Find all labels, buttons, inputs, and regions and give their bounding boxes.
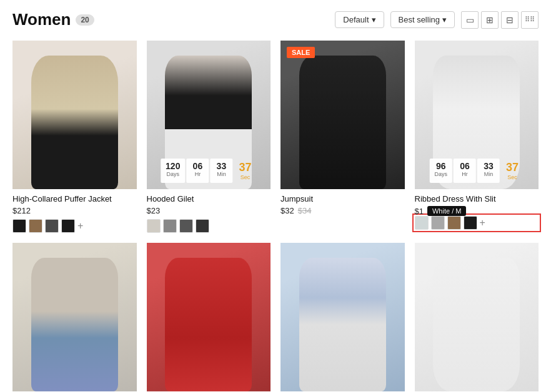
- countdown-days: 120 Days: [161, 159, 185, 184]
- countdown-hr: 06 Hr: [454, 159, 476, 184]
- product-card-p7[interactable]: Linen Top $18: [280, 243, 405, 392]
- view-4col-button[interactable]: ⠿⠿: [521, 11, 539, 29]
- product-card-p6[interactable]: Denim Jacket $45: [147, 243, 271, 392]
- product-image: [12, 243, 137, 391]
- product-card-p4[interactable]: 96 Days 06 Hr 33 Min 37 Sec Ribbed Dress…: [415, 41, 539, 233]
- person-silhouette: [165, 258, 252, 391]
- product-image: [415, 243, 539, 391]
- product-name: Ribbed Dress With Slit: [415, 194, 539, 203]
- product-price: $23: [147, 206, 271, 215]
- product-name: Hooded Gilet: [147, 194, 271, 203]
- countdown-hr: 06 Hr: [186, 159, 209, 184]
- products-grid: High-Collared Puffer Jacket $212 + 120 D…: [12, 41, 539, 392]
- variant-tooltip: White / M: [427, 206, 466, 216]
- chevron-down-icon: ▾: [372, 15, 376, 24]
- countdown: 120 Days 06 Hr 33 Min 37 Sec: [161, 159, 256, 184]
- product-image: SALE: [280, 41, 405, 189]
- person-silhouette-wrap: [280, 41, 405, 189]
- color-swatches: +: [415, 216, 539, 230]
- countdown-sec: 37 Sec: [234, 159, 256, 184]
- product-image: 120 Days 06 Hr 33 Min 37 Sec: [147, 41, 271, 189]
- sort-default-dropdown[interactable]: Default ▾: [335, 11, 384, 28]
- person-silhouette: [433, 258, 520, 391]
- product-price: $32 $34: [280, 206, 405, 215]
- color-swatch-3[interactable]: [61, 219, 75, 233]
- product-name: High-Collared Puffer Jacket: [12, 194, 137, 203]
- countdown: 96 Days 06 Hr 33 Min 37 Sec: [429, 159, 524, 184]
- color-swatch-0[interactable]: [415, 216, 429, 230]
- product-card-p2[interactable]: 120 Days 06 Hr 33 Min 37 Sec Hooded Gile…: [147, 41, 271, 233]
- product-card-p1[interactable]: High-Collared Puffer Jacket $212 +: [12, 41, 137, 233]
- chevron-down-icon: ▾: [442, 15, 447, 24]
- color-swatches: +: [12, 219, 137, 233]
- color-swatch-2[interactable]: [45, 219, 59, 233]
- countdown-sec: 37 Sec: [501, 159, 524, 184]
- product-image: [12, 41, 137, 189]
- price-current: $1: [415, 207, 424, 216]
- countdown-min: 33 Min: [477, 159, 500, 184]
- color-swatches: [147, 219, 271, 233]
- person-silhouette-wrap: [12, 41, 137, 189]
- color-swatch-3[interactable]: [196, 219, 209, 233]
- product-card-p8[interactable]: Slip Dress $36: [415, 243, 539, 392]
- person-silhouette: [31, 56, 118, 189]
- sale-badge: SALE: [287, 47, 315, 58]
- swatch-more[interactable]: +: [480, 218, 485, 228]
- person-silhouette-wrap: [147, 243, 271, 391]
- color-swatch-1[interactable]: [431, 216, 445, 230]
- product-price: $1 White / M: [415, 206, 539, 216]
- person-silhouette-wrap: [280, 243, 405, 391]
- person-silhouette: [31, 258, 118, 391]
- view-1col-button[interactable]: ▭: [461, 11, 479, 29]
- color-swatch-2[interactable]: [179, 219, 193, 233]
- color-swatch-0[interactable]: [12, 219, 26, 233]
- view-3col-button[interactable]: ⊟: [501, 11, 519, 29]
- color-swatch-1[interactable]: [163, 219, 177, 233]
- person-silhouette-wrap: [415, 243, 539, 391]
- sort-selling-dropdown[interactable]: Best selling ▾: [390, 11, 455, 28]
- countdown-min: 33 Min: [210, 159, 232, 184]
- price-current: $212: [12, 206, 31, 215]
- person-silhouette: [299, 56, 386, 189]
- header-controls: Default ▾ Best selling ▾ ▭ ⊞ ⊟ ⠿⠿: [335, 11, 539, 29]
- product-count-badge: 20: [76, 14, 94, 26]
- product-image: [280, 243, 405, 391]
- price-original: $34: [298, 206, 312, 215]
- color-swatch-3[interactable]: [464, 216, 477, 230]
- person-silhouette: [299, 258, 386, 391]
- price-current: $32: [280, 206, 294, 215]
- page-title: Women: [12, 10, 71, 29]
- color-swatch-2[interactable]: [447, 216, 461, 230]
- view-2col-button[interactable]: ⊞: [481, 11, 499, 29]
- page-title-wrap: Women 20: [12, 10, 94, 29]
- product-image: 96 Days 06 Hr 33 Min 37 Sec: [415, 41, 539, 189]
- product-card-p3[interactable]: SALE Jumpsuit $32 $34: [280, 41, 405, 233]
- swatch-more[interactable]: +: [77, 221, 83, 231]
- product-image: [147, 243, 271, 391]
- price-current: $23: [147, 206, 161, 215]
- person-silhouette-wrap: [12, 243, 137, 391]
- product-card-p5[interactable]: Sweatshirt $29: [12, 243, 137, 392]
- page-header: Women 20 Default ▾ Best selling ▾ ▭ ⊞ ⊟ …: [12, 10, 539, 29]
- color-swatch-1[interactable]: [29, 219, 42, 233]
- view-icons: ▭ ⊞ ⊟ ⠿⠿: [461, 11, 539, 29]
- page-wrapper: Women 20 Default ▾ Best selling ▾ ▭ ⊞ ⊟ …: [0, 0, 551, 392]
- color-swatch-0[interactable]: [147, 219, 161, 233]
- product-name: Jumpsuit: [280, 194, 405, 203]
- product-price: $212: [12, 206, 137, 215]
- countdown-days: 96 Days: [429, 159, 452, 184]
